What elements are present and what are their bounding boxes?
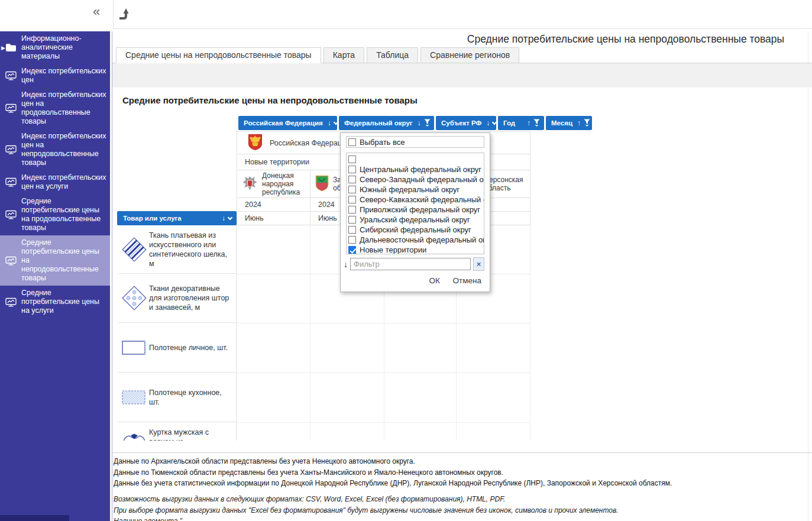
product-name: Куртка мужская с верхом из (149, 428, 236, 441)
content-left-border (112, 31, 112, 521)
towel-plain-icon (119, 334, 149, 361)
filter-button-russian-federation[interactable]: Российская Федерация ↓ (238, 116, 337, 130)
dropdown-option-southern[interactable]: Южный федеральный округ (348, 185, 484, 195)
filter-button-label: Федеральный округ (344, 119, 413, 127)
year-cell: 2024 (237, 198, 310, 212)
towel-checkered-icon (119, 384, 149, 411)
monitor-chart-icon (0, 103, 21, 113)
filter-button-rf-subject[interactable]: Субъект РФ ↓ (436, 116, 496, 130)
table-header-region-dnr: Донецкая народная республика (237, 170, 310, 198)
sort-desc-icon: ↓ (222, 214, 225, 222)
row-header-label: Товар или услуга (123, 215, 182, 222)
filter-button-year[interactable]: Год ↑ (498, 116, 544, 130)
checkbox[interactable] (348, 186, 356, 193)
option-label: Дальневосточный федеральный округ (360, 235, 484, 244)
dropdown-option-northwest[interactable]: Северо-Западный федеральный округ (348, 174, 484, 185)
product-name: Полотенце личное, шт. (149, 343, 231, 352)
checkbox[interactable] (348, 206, 356, 213)
dropdown-option-central[interactable]: Центральный федеральный округ (348, 164, 484, 174)
grid-line (310, 225, 310, 441)
tab-map[interactable]: Карта (323, 47, 364, 63)
filter-button-label: Российская Федерация (244, 119, 323, 127)
sidebar-item-cpi[interactable]: Индекс потребительских цен (0, 64, 110, 88)
dropdown-option-volga[interactable]: Приволжский федеральный округ (348, 205, 484, 215)
sidebar-item-cpi-food[interactable]: Индекс потребительских цен на продовольс… (0, 88, 110, 129)
footnote-line: При выборе формата выгрузки данных "Exce… (114, 505, 619, 516)
monitor-chart-icon (0, 177, 21, 187)
sidebar-item-label: Информационно-аналитические материалы (21, 34, 106, 61)
filter-button-federal-district[interactable]: Федеральный округ ↓ (339, 116, 434, 130)
monitor-chart-icon (0, 297, 21, 307)
right-scrollbar-track[interactable] (808, 31, 808, 521)
ok-button[interactable]: ОК (429, 276, 439, 285)
fabric-striped-diamond-icon (119, 236, 149, 263)
filter-button-label: Субъект РФ (441, 119, 481, 127)
country-name: Российская Федерация (270, 139, 350, 147)
tab-avg-prices-nonfood[interactable]: Средние цены на непродовольственные това… (116, 47, 321, 63)
sort-asc-icon: ↑ (527, 119, 530, 127)
option-label: Новые территории (360, 245, 426, 254)
sidebar-item-cpi-services[interactable]: Индекс потребительских цен на услуги (0, 170, 110, 194)
navigate-up-icon[interactable] (118, 5, 133, 22)
tab-bar: Средние цены на непродовольственные това… (116, 47, 522, 63)
checkbox[interactable] (348, 138, 356, 146)
sidebar-item-info-analytical-materials[interactable]: ▶ Информационно-аналитические материалы (0, 31, 110, 64)
option-label: Приволжский федеральный округ (360, 205, 480, 214)
grid-line (530, 225, 530, 441)
select-all-label: Выбрать все (360, 138, 405, 147)
checkbox[interactable] (348, 166, 356, 173)
content-heading: Средние потребительские цены на непродов… (122, 95, 418, 105)
footnote-line: Данные по Тюменской области представлены… (114, 467, 672, 478)
chevron-down-icon (228, 215, 232, 219)
cancel-button[interactable]: Отмена (453, 276, 481, 285)
checkbox[interactable] (348, 236, 356, 244)
footnote-line: Данные без учета статистической информац… (114, 478, 672, 489)
monitor-chart-icon (0, 210, 21, 219)
product-name: Ткань платьевая из искусственного или си… (149, 231, 236, 268)
sidebar-item-avg-prices-food[interactable]: Средние потребительские цены на продовол… (0, 194, 110, 235)
tab-table[interactable]: Таблица (367, 47, 418, 63)
sort-desc-icon: ↓ (486, 119, 490, 127)
filter-button-label: Год (503, 119, 515, 127)
select-all-option[interactable]: Выбрать все (346, 136, 484, 148)
dropdown-option-siberian[interactable]: Сибирский федеральный округ (348, 225, 484, 235)
table-row: Куртка мужская с верхом из (117, 422, 236, 441)
checkbox[interactable] (348, 216, 356, 224)
fabric-floral-diamond-icon (119, 284, 149, 312)
sidebar: ▶ Информационно-аналитические материалы … (0, 31, 110, 521)
dropdown-option-north-caucasus[interactable]: Северо-Кавказский федеральный округ (348, 195, 484, 205)
sidebar-item-avg-prices-nonfood[interactable]: Средние потребительские цены на непродов… (0, 235, 110, 286)
row-header-button-product-or-service[interactable]: Товар или услуга ↓ (117, 211, 237, 225)
table-row: Полотенце кухонное, шт. (117, 373, 236, 422)
funnel-filter-icon (533, 119, 540, 128)
dropdown-option-ural[interactable]: Уральский федеральный округ (348, 215, 484, 225)
horizontal-scrollbar-thumb[interactable] (0, 515, 69, 521)
product-name: Полотенце кухонное, шт. (149, 388, 236, 407)
option-label: Северо-Западный федеральный округ (360, 175, 484, 184)
dropdown-option-blank[interactable] (348, 154, 484, 164)
sidebar-item-cpi-nonfood[interactable]: Индекс потребительских цен на непродовол… (0, 129, 110, 170)
filter-input[interactable] (350, 258, 471, 270)
sort-desc-icon: ↓ (328, 119, 331, 127)
rf-emblem-icon (248, 134, 263, 153)
filter-button-month[interactable]: Месяц ↑ (546, 116, 592, 130)
topbar: « (0, 0, 812, 31)
checkbox[interactable] (348, 176, 356, 183)
checkbox[interactable] (348, 156, 356, 163)
sidebar-collapse-button[interactable]: « (93, 5, 100, 18)
checkbox[interactable] (348, 226, 356, 234)
table-row: Полотенце личное, шт. (117, 323, 236, 373)
checkbox[interactable] (348, 196, 356, 203)
grid-line (237, 373, 530, 373)
footnote-line: Данные по Архангельской области представ… (114, 456, 672, 467)
footnote-line: Возможность выгрузки данных в следующих … (114, 494, 619, 505)
dropdown-option-new-territories[interactable]: Новые территории (348, 245, 484, 254)
checkbox-checked[interactable] (348, 246, 356, 254)
sidebar-item-label: Индекс потребительских цен (21, 67, 106, 85)
grid-line (237, 422, 530, 423)
topbar-divider (113, 0, 114, 28)
dropdown-option-far-eastern[interactable]: Дальневосточный федеральный округ (348, 235, 484, 245)
clear-filter-button[interactable]: × (473, 257, 484, 271)
sidebar-item-avg-prices-services[interactable]: Средние потребительские цены на услуги (0, 286, 110, 318)
tab-region-comparison[interactable]: Сравнение регионов (420, 47, 519, 63)
